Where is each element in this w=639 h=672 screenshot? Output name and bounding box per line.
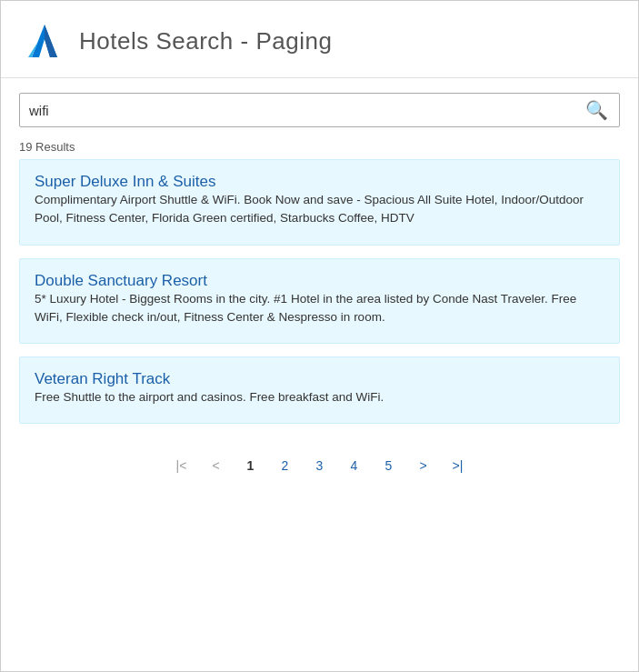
result-card-2: Veteran Right Track Free Shuttle to the …: [19, 356, 620, 424]
result-card-1: Double Sanctuary Resort 5* Luxury Hotel …: [19, 258, 620, 345]
pagination-last[interactable]: >|: [445, 455, 471, 476]
search-bar: 🔍: [19, 93, 620, 127]
result-card-0: Super Deluxe Inn & Suites Complimentary …: [19, 159, 620, 246]
header: Hotels Search - Paging: [1, 1, 638, 78]
result-title-2[interactable]: Veteran Right Track: [35, 370, 170, 387]
result-description-0: Complimentary Airport Shuttle & WiFi. Bo…: [35, 191, 604, 228]
pagination-page-2[interactable]: 2: [273, 455, 298, 476]
pagination-page-1: 1: [238, 455, 264, 476]
pagination-prev[interactable]: <: [204, 455, 229, 476]
search-icon: 🔍: [585, 99, 608, 121]
result-description-1: 5* Luxury Hotel - Biggest Rooms in the c…: [35, 290, 604, 327]
results-list: Super Deluxe Inn & Suites Complimentary …: [1, 159, 638, 424]
svg-marker-2: [45, 25, 57, 57]
pagination-first[interactable]: |<: [169, 455, 195, 476]
pagination: |< < 1 2 3 4 5 > >|: [1, 436, 638, 493]
result-title-0[interactable]: Super Deluxe Inn & Suites: [35, 173, 215, 190]
pagination-page-5[interactable]: 5: [376, 455, 402, 476]
pagination-page-4[interactable]: 4: [342, 455, 367, 476]
search-input[interactable]: [20, 95, 574, 125]
search-bar-container: 🔍: [1, 78, 638, 136]
search-button[interactable]: 🔍: [574, 94, 619, 126]
page-title: Hotels Search - Paging: [79, 27, 332, 55]
pagination-next[interactable]: >: [411, 455, 436, 476]
results-count: 19 Results: [1, 136, 638, 159]
result-description-2: Free Shuttle to the airport and casinos.…: [35, 388, 604, 406]
pagination-page-3[interactable]: 3: [307, 455, 333, 476]
result-title-1[interactable]: Double Sanctuary Resort: [35, 272, 207, 289]
azure-logo-icon: [19, 17, 66, 65]
